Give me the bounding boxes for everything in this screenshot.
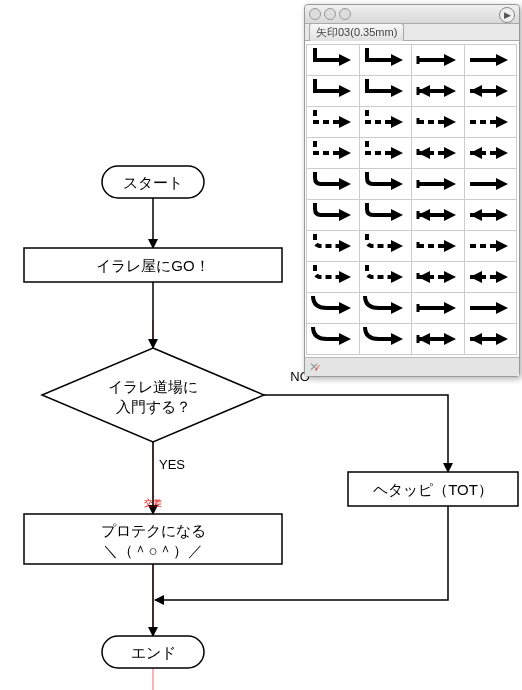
brush-swatch[interactable] bbox=[306, 230, 360, 262]
brush-swatch[interactable] bbox=[411, 75, 465, 107]
brush-swatch[interactable] bbox=[359, 75, 413, 107]
brush-swatch[interactable] bbox=[464, 44, 518, 76]
palette-footer: ✕⁄ bbox=[305, 357, 519, 376]
process-pro-line1: プロテクになる bbox=[101, 522, 206, 539]
zoom-icon[interactable] bbox=[339, 8, 351, 20]
yes-label: YES bbox=[159, 457, 185, 472]
brush-swatch[interactable] bbox=[359, 137, 413, 169]
brush-swatch[interactable] bbox=[464, 230, 518, 262]
brush-swatch[interactable] bbox=[359, 323, 413, 355]
close-icon[interactable] bbox=[309, 8, 321, 20]
scissors-icon: ✕⁄ bbox=[309, 360, 319, 374]
brush-swatch[interactable] bbox=[359, 292, 413, 324]
brush-swatch[interactable] bbox=[359, 44, 413, 76]
brush-swatch[interactable] bbox=[306, 292, 360, 324]
brush-swatch[interactable] bbox=[306, 137, 360, 169]
brush-swatch[interactable] bbox=[464, 323, 518, 355]
brush-swatch[interactable] bbox=[411, 292, 465, 324]
brush-swatch[interactable] bbox=[411, 137, 465, 169]
guide-marker: 交差 bbox=[144, 498, 162, 508]
brush-swatch[interactable] bbox=[464, 292, 518, 324]
minimize-icon[interactable] bbox=[324, 8, 336, 20]
brush-swatch[interactable] bbox=[411, 199, 465, 231]
brush-swatch[interactable] bbox=[464, 168, 518, 200]
process-pro-line2: ＼（＾○＾）／ bbox=[103, 542, 202, 559]
brush-swatch[interactable] bbox=[464, 199, 518, 231]
brush-swatch[interactable] bbox=[411, 44, 465, 76]
brush-swatch[interactable] bbox=[306, 44, 360, 76]
brush-swatch[interactable] bbox=[306, 199, 360, 231]
palette-titlebar[interactable]: ▶ bbox=[305, 5, 519, 24]
brush-swatch[interactable] bbox=[464, 261, 518, 293]
brush-swatch[interactable] bbox=[306, 168, 360, 200]
brush-swatch[interactable] bbox=[359, 230, 413, 262]
brush-swatch[interactable] bbox=[411, 261, 465, 293]
brush-swatch[interactable] bbox=[411, 106, 465, 138]
brush-swatch[interactable] bbox=[464, 137, 518, 169]
brush-swatch[interactable] bbox=[411, 168, 465, 200]
decision-line1: イラレ道場に bbox=[108, 378, 198, 395]
brush-swatch[interactable] bbox=[464, 106, 518, 138]
brush-swatch[interactable] bbox=[411, 230, 465, 262]
brush-swatch[interactable] bbox=[359, 168, 413, 200]
brush-swatch[interactable] bbox=[359, 261, 413, 293]
decision bbox=[42, 348, 264, 442]
brush-swatch[interactable] bbox=[359, 199, 413, 231]
decision-line2: 入門する？ bbox=[116, 398, 191, 415]
brush-swatch[interactable] bbox=[306, 261, 360, 293]
flyout-menu-icon[interactable]: ▶ bbox=[499, 7, 515, 23]
process-hetappi-label: ヘタッピ（TOT） bbox=[373, 481, 493, 498]
palette-tab[interactable]: 矢印03(0.35mm) bbox=[309, 23, 404, 41]
end-label: エンド bbox=[131, 644, 176, 661]
brush-swatch[interactable] bbox=[306, 106, 360, 138]
brush-swatch[interactable] bbox=[359, 106, 413, 138]
process-go-label: イラレ屋にGO！ bbox=[96, 257, 209, 274]
start-label: スタート bbox=[123, 174, 183, 191]
brush-swatch[interactable] bbox=[411, 323, 465, 355]
brush-swatch[interactable] bbox=[306, 323, 360, 355]
brush-swatch[interactable] bbox=[306, 75, 360, 107]
brush-swatch[interactable] bbox=[464, 75, 518, 107]
brush-palette[interactable]: ▶ 矢印03(0.35mm) ✕⁄ bbox=[304, 4, 520, 377]
brush-grid bbox=[305, 40, 519, 357]
